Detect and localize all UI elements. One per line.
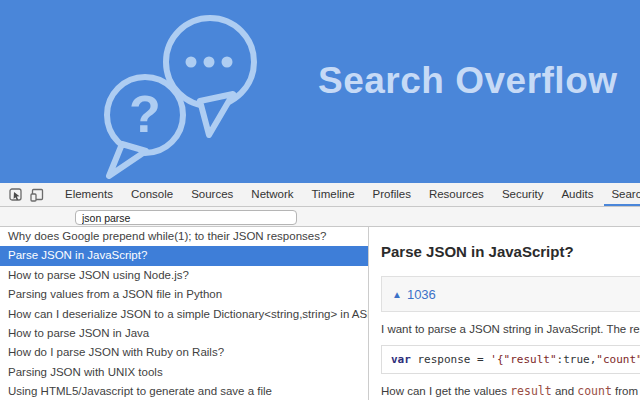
code-segment: true — [563, 353, 590, 366]
question-list-item[interactable]: How to parse JSON in Java — [0, 324, 368, 343]
vote-box: ▲ 1036 — [381, 276, 640, 312]
vote-count: 1036 — [407, 287, 436, 302]
devtools-toolbar: ElementsConsoleSourcesNetworkTimelinePro… — [0, 183, 640, 207]
question-body-outro: How can I get the values result and coun… — [381, 384, 640, 398]
question-list-item[interactable]: Parsing JSON with UNIX tools — [0, 363, 368, 382]
code-segment: '{"result" — [490, 353, 556, 366]
search-input[interactable] — [75, 210, 297, 225]
question-list-item[interactable]: Why does Google prepend while(1); to the… — [0, 227, 368, 246]
question-list-item[interactable]: How do I parse JSON with Ruby on Rails? — [0, 343, 368, 362]
question-results-list: Why does Google prepend while(1); to the… — [0, 227, 368, 400]
question-detail-pane: Parse JSON in JavaScript? ▲ 1036 I want … — [369, 227, 640, 400]
dots-bubble-tail — [200, 94, 233, 135]
app-banner: ? Search Overflow — [0, 0, 640, 183]
question-list-item[interactable]: Using HTML5/Javascript to generate and s… — [0, 382, 368, 400]
inline-code: count — [577, 384, 612, 398]
tab-console[interactable]: Console — [122, 183, 182, 206]
body-text: How can I get the values — [381, 385, 510, 397]
tab-audits[interactable]: Audits — [552, 183, 602, 206]
code-segment: response = — [411, 353, 490, 366]
speech-bubbles-logo: ? — [90, 10, 260, 180]
question-body-intro: I want to parse a JSON string in JavaScr… — [381, 323, 640, 335]
tab-timeline[interactable]: Timeline — [303, 183, 364, 206]
tab-profiles[interactable]: Profiles — [364, 183, 420, 206]
code-segment: "count" — [596, 353, 640, 366]
question-list-item[interactable]: Parsing values from a JSON file in Pytho… — [0, 285, 368, 304]
tab-search-overflow[interactable]: Search Overflow — [602, 183, 640, 206]
question-list-item[interactable]: How to parse JSON using Node.js? — [0, 266, 368, 285]
tab-sources[interactable]: Sources — [182, 183, 242, 206]
search-bar-row — [0, 207, 640, 227]
question-list-item[interactable]: How can I deserialize JSON to a simple D… — [0, 305, 368, 324]
inline-code: result — [510, 384, 552, 398]
question-mark-glyph: ? — [129, 85, 161, 143]
upvote-icon[interactable]: ▲ — [392, 289, 402, 300]
tab-security[interactable]: Security — [493, 183, 553, 206]
inspect-element-icon[interactable] — [9, 188, 23, 202]
question-title: Parse JSON in JavaScript? — [381, 243, 640, 260]
tab-elements[interactable]: Elements — [56, 183, 122, 206]
tab-resources[interactable]: Resources — [420, 183, 493, 206]
device-toolbar-icon[interactable] — [30, 188, 44, 202]
code-block: var response = '{"result":true,"count":1… — [381, 345, 640, 374]
question-list-item[interactable]: Parse JSON in JavaScript? — [0, 246, 368, 265]
devtools-tabs: ElementsConsoleSourcesNetworkTimelinePro… — [56, 183, 640, 206]
body-text: from this? — [612, 385, 640, 397]
code-segment: var — [391, 353, 411, 366]
question-bubble-tail — [109, 144, 146, 176]
app-title: Search Overflow — [318, 60, 618, 102]
tab-network[interactable]: Network — [242, 183, 302, 206]
body-text: and — [552, 385, 578, 397]
